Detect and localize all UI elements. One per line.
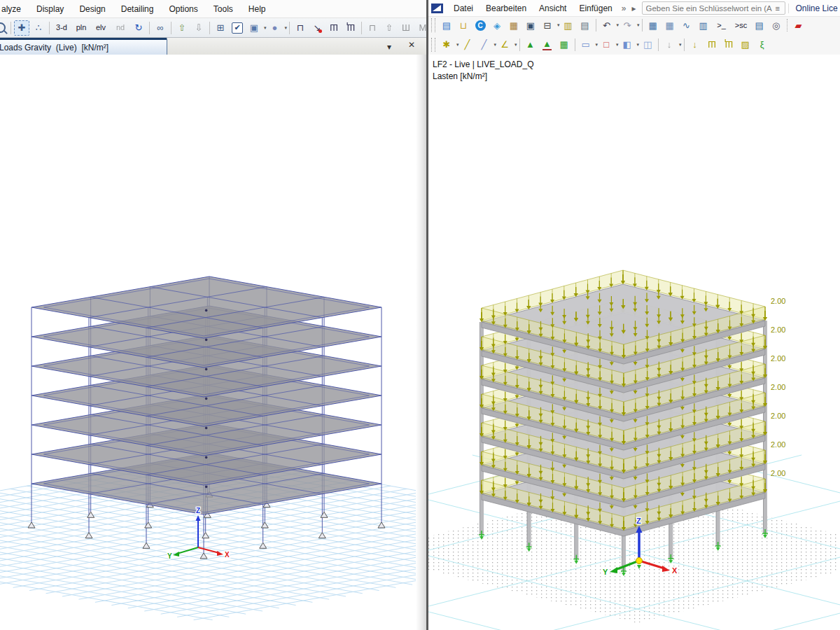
spreadsheet-icon[interactable]: ▦ — [662, 18, 678, 33]
new-node-icon-dropdown[interactable]: ▾ — [456, 42, 459, 48]
print-icon: ⊟ — [544, 21, 552, 30]
undo-icon[interactable]: ↶ — [599, 18, 615, 33]
menu-overflow-chevron[interactable]: » — [619, 4, 629, 13]
zoom-icon[interactable] — [0, 20, 8, 36]
tables-icon[interactable]: ▦ — [645, 18, 661, 33]
search-icon[interactable]: ≡ — [776, 4, 783, 13]
draw-joint-icon: ↘ — [314, 23, 321, 32]
frame-distributed-load-icon[interactable]: Ш — [326, 20, 342, 36]
new-printout-report-icon[interactable]: ▥ — [561, 18, 576, 33]
console-icon[interactable]: >_ — [713, 18, 731, 33]
load-type-icon-dropdown[interactable]: ▾ — [679, 42, 682, 48]
print-icon-dropdown[interactable]: ▾ — [557, 22, 560, 28]
menu-item-left-design[interactable]: Design — [71, 1, 113, 17]
free-load-icon[interactable]: ▨ — [738, 37, 753, 52]
spreadsheet-icon: ▦ — [665, 21, 673, 30]
perspective-toggle-icon[interactable]: ∞ — [153, 20, 168, 36]
object-shading-icon[interactable]: ● — [267, 20, 283, 36]
new-opening-icon[interactable]: □ — [598, 37, 614, 52]
project-manager-icon[interactable]: ▦ — [506, 18, 522, 33]
tab-list-caret-icon[interactable]: ▾ — [383, 40, 396, 52]
toolbar-separator — [519, 38, 520, 51]
model-web-icon[interactable]: ◈ — [489, 18, 505, 33]
extrude-view-icon[interactable]: ▣ — [246, 20, 262, 36]
redo-icon-dropdown[interactable]: ▾ — [637, 22, 640, 28]
table-view-icon[interactable]: ▥ — [696, 18, 711, 33]
area-uniform-load-icon[interactable]: Щ — [343, 20, 358, 36]
c-service-icon[interactable]: C — [472, 18, 488, 33]
new-polyline-icon-dropdown[interactable]: ▾ — [514, 42, 517, 48]
nodal-load-icon[interactable]: ↓ — [687, 37, 703, 52]
menu-item-right-einfgen[interactable]: Einfügen — [573, 1, 618, 15]
template-frame-icon[interactable]: ⊓ — [365, 20, 380, 36]
new-model-icon[interactable]: ▤ — [439, 18, 454, 33]
toolbar-grip-handle[interactable] — [431, 18, 435, 32]
generated-load-icon[interactable]: ξ — [755, 37, 770, 52]
new-block-icon[interactable]: ◫ — [640, 37, 655, 52]
model-view-tab[interactable]: orm Loads Gravity (Live) [kN/m²] — [0, 38, 167, 55]
walk-through-icon[interactable]: ∴ — [31, 20, 46, 36]
undo-icon-dropdown[interactable]: ▾ — [617, 22, 620, 28]
keyword-search-input[interactable] — [643, 4, 776, 13]
nodal-support-icon[interactable]: ▲ — [523, 37, 538, 52]
menu-item-left-display[interactable]: Display — [29, 1, 71, 17]
menu-item-right-datei[interactable]: Datei — [447, 1, 479, 15]
view-3d-button[interactable]: 3-d — [52, 20, 71, 36]
pan-icon[interactable]: ✚ — [14, 20, 29, 36]
object-shading-icon-dropdown[interactable]: ▾ — [285, 25, 288, 31]
new-member-icon[interactable]: ╱ — [477, 37, 492, 52]
menu-item-left-alyze[interactable]: alyze — [1, 1, 29, 17]
print-icon[interactable]: ⊟ — [540, 18, 555, 33]
menu-item-left-detailing[interactable]: Detailing — [113, 1, 162, 17]
load-type-icon[interactable]: ↓ — [662, 37, 677, 52]
support-chat-icon[interactable]: ◎ — [769, 18, 784, 33]
tab-close-icon[interactable]: ✕ — [405, 40, 418, 50]
open-model-icon[interactable]: ⊔ — [456, 18, 471, 33]
toolbar-grip-handle[interactable] — [431, 38, 435, 52]
extrude-view-icon-dropdown[interactable]: ▾ — [264, 25, 267, 31]
view-elevation-button[interactable]: elv — [92, 20, 110, 36]
menu-item-left-options[interactable]: Options — [161, 1, 205, 17]
template-cable-icon[interactable]: M — [415, 20, 426, 36]
draw-joint-icon[interactable]: ↘ — [309, 20, 325, 36]
menu-item-left-help[interactable]: Help — [241, 1, 274, 17]
view-named-button[interactable]: nd — [111, 20, 130, 36]
surface-support-icon[interactable]: ▦ — [556, 37, 572, 52]
menu-item-right-ansicht[interactable]: Ansicht — [533, 1, 573, 15]
move-up-story-icon[interactable]: ⇧ — [174, 20, 190, 36]
menu-expand-caret[interactable]: ▸ — [629, 4, 638, 13]
rotate-view-icon[interactable]: ↻ — [131, 20, 146, 36]
template-point-load-icon[interactable]: ⇧ — [382, 20, 397, 36]
new-polyline-icon[interactable]: ∠ — [497, 37, 512, 52]
new-surface-icon[interactable]: ▭ — [578, 37, 594, 52]
template-wall-icon[interactable]: Ш — [398, 20, 414, 36]
new-member-icon-dropdown[interactable]: ▾ — [494, 42, 497, 48]
rubber-band-select-icon[interactable]: ⊞ — [213, 20, 228, 36]
redo-icon[interactable]: ↷ — [620, 18, 635, 33]
new-node-icon[interactable]: ✱ — [439, 37, 454, 52]
new-nurbs-surface-icon[interactable]: ◧ — [620, 37, 635, 52]
surface-load-icon[interactable]: Щ — [721, 37, 736, 52]
menu-item-right-bearbeiten[interactable]: Bearbeiten — [479, 1, 533, 15]
view-plan-button[interactable]: pln — [72, 20, 90, 36]
new-surface-icon-dropdown[interactable]: ▾ — [596, 42, 598, 48]
script-icon[interactable]: >sc — [732, 18, 750, 33]
model-viewport-left[interactable]: ZYX — [0, 55, 426, 630]
result-diagram-icon[interactable]: ∿ — [679, 18, 694, 33]
move-down-story-icon[interactable]: ⇩ — [191, 20, 206, 36]
surface-select-icon[interactable]: ▰ — [791, 18, 806, 33]
printout-report-icon[interactable]: ▤ — [578, 18, 593, 33]
menu-item-left-tools[interactable]: Tools — [206, 1, 241, 17]
model-viewport-right[interactable]: LF2 - Live | LIVE_LOAD_Q Lasten [kN/m²] … — [428, 55, 840, 630]
new-opening-icon-dropdown[interactable]: ▾ — [616, 42, 619, 48]
panel-icon[interactable]: ▤ — [752, 18, 767, 33]
draw-frame-icon[interactable]: ⊓ — [293, 20, 308, 36]
line-support-icon[interactable]: ▲ — [540, 37, 555, 52]
save-icon[interactable]: ▣ — [523, 18, 538, 33]
member-load-icon[interactable]: Ш — [704, 37, 720, 52]
view-elevation-button: elv — [96, 24, 106, 31]
select-check-icon[interactable]: ✔ — [230, 20, 245, 36]
online-license-label[interactable]: Online Lice — [788, 4, 838, 13]
new-nurbs-surface-icon-dropdown[interactable]: ▾ — [637, 42, 640, 48]
new-line-icon[interactable]: ╱ — [460, 37, 475, 52]
